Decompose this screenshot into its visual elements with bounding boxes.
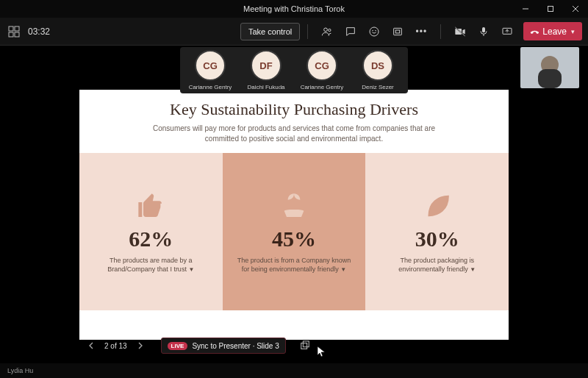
live-badge: LIVE <box>168 342 188 350</box>
stat-desc: The products are made by a Brand/Company… <box>93 256 209 274</box>
thumbs-up-icon <box>135 190 167 222</box>
participant-tile[interactable]: DS Deniz Sezer <box>352 50 404 90</box>
stat-desc: The product packaging is environmentally… <box>379 256 495 274</box>
maximize-button[interactable] <box>538 0 563 18</box>
participant-strip: CG Carianne Gentry DF Daichi Fukuda CG C… <box>180 47 408 93</box>
slide-header: Key Sustainability Purchasing Drivers Co… <box>79 90 509 153</box>
svg-rect-4 <box>9 26 13 31</box>
take-control-button[interactable]: Take control <box>240 23 300 40</box>
svg-rect-17 <box>482 27 485 32</box>
svg-point-10 <box>370 27 379 36</box>
plant-hand-icon <box>278 190 310 222</box>
current-user-label: Lydia Hu <box>7 367 33 374</box>
popout-icon[interactable] <box>298 338 312 353</box>
svg-point-12 <box>376 30 376 31</box>
meeting-toolbar: 03:32 Take control ••• Leave ▾ <box>0 18 588 46</box>
share-screen-icon[interactable] <box>498 22 517 41</box>
chat-icon[interactable] <box>341 22 360 41</box>
svg-rect-5 <box>15 26 19 31</box>
people-icon[interactable] <box>318 22 337 41</box>
stat-value: 45% <box>272 227 316 252</box>
stat-desc: The product is from a Company known for … <box>236 256 353 274</box>
svg-point-8 <box>324 28 328 32</box>
minimize-button[interactable] <box>513 0 538 18</box>
stat-value: 62% <box>129 227 173 252</box>
stat-value: 30% <box>415 227 459 252</box>
participant-tile[interactable]: CG Carianne Gentry <box>296 50 348 90</box>
slide-page-label: 2 of 13 <box>104 342 127 350</box>
mic-icon[interactable] <box>474 22 493 41</box>
participant-name: Daichi Fukuda <box>240 84 292 90</box>
status-bar: Lydia Hu <box>0 363 588 378</box>
stat-column: 62% The products are made by a Brand/Com… <box>79 153 223 310</box>
leaf-icon <box>421 190 453 222</box>
participant-name: Carianne Gentry <box>296 84 348 90</box>
leave-label: Leave <box>542 26 567 37</box>
more-actions-icon[interactable]: ••• <box>412 22 431 41</box>
leave-button[interactable]: Leave ▾ <box>523 22 582 40</box>
svg-point-9 <box>329 29 331 31</box>
slide-nav-bar: 2 of 13 LIVE Sync to Presenter · Slide 3 <box>79 335 509 356</box>
avatar: DS <box>362 50 393 81</box>
avatar: CG <box>195 50 226 81</box>
rooms-icon[interactable] <box>388 22 407 41</box>
hangup-icon <box>527 24 541 38</box>
shared-slide[interactable]: Key Sustainability Purchasing Drivers Co… <box>79 90 509 340</box>
svg-rect-1 <box>548 7 553 12</box>
titlebar: Meeting with Christina Torok <box>0 0 588 18</box>
avatar: DF <box>251 50 282 81</box>
divider <box>307 24 308 39</box>
gallery-view-icon[interactable] <box>7 25 21 38</box>
svg-rect-14 <box>396 30 400 33</box>
call-timer: 03:32 <box>28 26 50 37</box>
slide-title: Key Sustainability Purchasing Drivers <box>109 100 479 119</box>
svg-rect-6 <box>9 32 13 37</box>
camera-off-icon[interactable] <box>451 22 470 41</box>
svg-rect-21 <box>303 341 309 347</box>
close-button[interactable] <box>563 0 588 18</box>
slide-subtitle: Consumers will pay more for products and… <box>140 124 448 144</box>
sync-label: Sync to Presenter · Slide 3 <box>192 342 279 350</box>
svg-rect-13 <box>394 28 402 35</box>
stat-column: 30% The product packaging is environment… <box>365 153 509 310</box>
sync-to-presenter-button[interactable]: LIVE Sync to Presenter · Slide 3 <box>161 338 286 354</box>
participant-name: Carianne Gentry <box>184 84 236 90</box>
participant-tile[interactable]: CG Carianne Gentry <box>184 50 236 90</box>
meeting-stage: CG Carianne Gentry DF Daichi Fukuda CG C… <box>0 46 588 363</box>
prev-slide-button[interactable] <box>84 338 98 353</box>
window-controls <box>513 0 588 18</box>
svg-rect-7 <box>15 32 19 37</box>
stat-column: 45% The product is from a Company known … <box>223 153 366 310</box>
reactions-icon[interactable] <box>365 22 384 41</box>
svg-point-11 <box>373 30 373 31</box>
window-title: Meeting with Christina Torok <box>243 4 345 13</box>
svg-rect-20 <box>301 343 307 349</box>
next-slide-button[interactable] <box>133 338 148 353</box>
avatar: CG <box>306 50 337 81</box>
divider <box>440 24 441 39</box>
participant-name: Deniz Sezer <box>352 84 404 90</box>
slide-stats: 62% The products are made by a Brand/Com… <box>79 153 509 310</box>
participant-tile[interactable]: DF Daichi Fukuda <box>240 50 292 90</box>
self-video[interactable] <box>520 47 579 88</box>
chevron-down-icon: ▾ <box>571 28 575 35</box>
